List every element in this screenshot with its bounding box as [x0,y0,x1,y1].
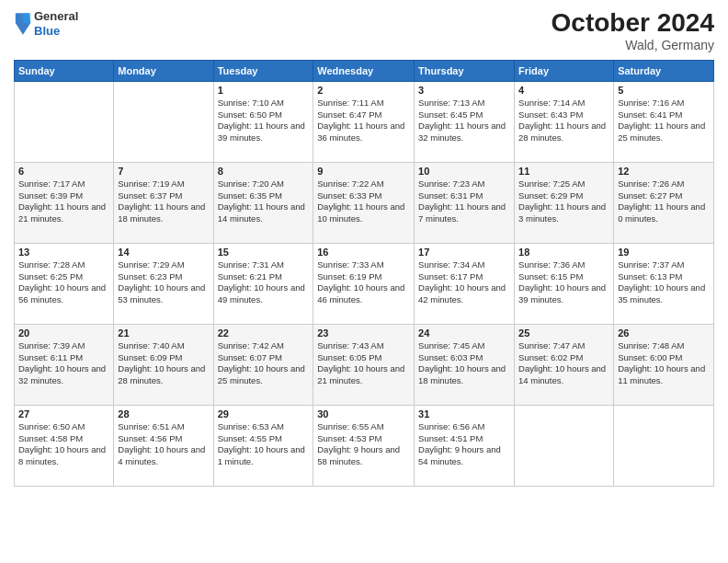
cell-info: Sunrise: 7:36 AM Sunset: 6:15 PM Dayligh… [518,259,609,306]
calendar-cell: 23Sunrise: 7:43 AM Sunset: 6:05 PM Dayli… [313,324,415,405]
calendar-cell: 27Sunrise: 6:50 AM Sunset: 4:58 PM Dayli… [15,405,114,486]
cell-day-number: 2 [317,85,410,96]
calendar-cell: 8Sunrise: 7:20 AM Sunset: 6:35 PM Daylig… [213,162,313,243]
weekday-header-thursday: Thursday [415,60,515,81]
cell-info: Sunrise: 6:55 AM Sunset: 4:53 PM Dayligh… [317,421,410,468]
cell-info: Sunrise: 7:33 AM Sunset: 6:19 PM Dayligh… [317,259,410,306]
calendar-cell: 31Sunrise: 6:56 AM Sunset: 4:51 PM Dayli… [415,405,515,486]
cell-info: Sunrise: 7:22 AM Sunset: 6:33 PM Dayligh… [317,178,410,225]
logo: General Blue [14,9,78,38]
cell-info: Sunrise: 7:40 AM Sunset: 6:09 PM Dayligh… [118,340,209,387]
cell-info: Sunrise: 7:31 AM Sunset: 6:21 PM Dayligh… [218,259,310,306]
cell-day-number: 14 [118,247,209,258]
calendar-cell [614,405,714,486]
calendar-cell: 9Sunrise: 7:22 AM Sunset: 6:33 PM Daylig… [313,162,415,243]
svg-marker-1 [23,13,30,23]
weekday-header-sunday: Sunday [15,60,114,81]
calendar-cell [15,81,114,162]
cell-day-number: 18 [518,247,609,258]
cell-day-number: 17 [418,247,510,258]
cell-day-number: 7 [118,166,209,177]
calendar-cell: 15Sunrise: 7:31 AM Sunset: 6:21 PM Dayli… [213,243,313,324]
cell-day-number: 1 [218,85,310,96]
calendar-cell: 7Sunrise: 7:19 AM Sunset: 6:37 PM Daylig… [114,162,213,243]
calendar-cell: 28Sunrise: 6:51 AM Sunset: 4:56 PM Dayli… [114,405,213,486]
cell-info: Sunrise: 7:29 AM Sunset: 6:23 PM Dayligh… [118,259,209,306]
cell-day-number: 16 [317,247,410,258]
cell-day-number: 5 [618,85,710,96]
cell-day-number: 24 [418,327,510,339]
logo-icon [14,11,32,37]
calendar-cell: 2Sunrise: 7:11 AM Sunset: 6:47 PM Daylig… [313,81,415,162]
cell-day-number: 19 [618,247,710,258]
cell-info: Sunrise: 6:51 AM Sunset: 4:56 PM Dayligh… [118,421,209,468]
cell-info: Sunrise: 7:42 AM Sunset: 6:07 PM Dayligh… [218,340,310,387]
cell-info: Sunrise: 6:56 AM Sunset: 4:51 PM Dayligh… [418,421,510,468]
calendar-cell: 19Sunrise: 7:37 AM Sunset: 6:13 PM Dayli… [614,243,714,324]
cell-day-number: 12 [618,166,710,177]
cell-day-number: 21 [118,327,209,339]
cell-info: Sunrise: 7:23 AM Sunset: 6:31 PM Dayligh… [418,178,510,225]
cell-day-number: 8 [218,166,310,177]
calendar-cell [515,405,614,486]
cell-info: Sunrise: 7:47 AM Sunset: 6:02 PM Dayligh… [518,340,609,387]
cell-day-number: 31 [418,408,510,419]
calendar-cell: 22Sunrise: 7:42 AM Sunset: 6:07 PM Dayli… [213,324,313,405]
cell-day-number: 3 [418,85,510,96]
calendar-cell: 18Sunrise: 7:36 AM Sunset: 6:15 PM Dayli… [515,243,614,324]
cell-day-number: 10 [418,166,510,177]
page: General Blue October 2024 Wald, Germany … [0,0,728,563]
calendar-cell [114,81,213,162]
week-row-2: 6Sunrise: 7:17 AM Sunset: 6:39 PM Daylig… [15,162,714,243]
weekday-header-tuesday: Tuesday [213,60,313,81]
calendar-cell: 10Sunrise: 7:23 AM Sunset: 6:31 PM Dayli… [415,162,515,243]
calendar-body: 1Sunrise: 7:10 AM Sunset: 6:50 PM Daylig… [15,81,714,486]
calendar-cell: 20Sunrise: 7:39 AM Sunset: 6:11 PM Dayli… [15,324,114,405]
cell-info: Sunrise: 6:53 AM Sunset: 4:55 PM Dayligh… [218,421,310,468]
calendar-cell: 12Sunrise: 7:26 AM Sunset: 6:27 PM Dayli… [614,162,714,243]
cell-day-number: 20 [18,327,109,339]
calendar-cell: 25Sunrise: 7:47 AM Sunset: 6:02 PM Dayli… [515,324,614,405]
weekday-header-monday: Monday [114,60,213,81]
cell-day-number: 27 [18,408,109,419]
cell-day-number: 26 [618,327,710,339]
calendar-cell: 21Sunrise: 7:40 AM Sunset: 6:09 PM Dayli… [114,324,213,405]
weekday-header-friday: Friday [515,60,614,81]
cell-info: Sunrise: 7:20 AM Sunset: 6:35 PM Dayligh… [218,178,310,225]
calendar-cell: 13Sunrise: 7:28 AM Sunset: 6:25 PM Dayli… [15,243,114,324]
weekday-header-wednesday: Wednesday [313,60,415,81]
cell-day-number: 25 [518,327,609,339]
cell-day-number: 11 [518,166,609,177]
cell-day-number: 9 [317,166,410,177]
location: Wald, Germany [552,38,714,52]
cell-info: Sunrise: 7:10 AM Sunset: 6:50 PM Dayligh… [218,98,310,144]
cell-info: Sunrise: 7:28 AM Sunset: 6:25 PM Dayligh… [18,259,109,306]
calendar-cell: 24Sunrise: 7:45 AM Sunset: 6:03 PM Dayli… [415,324,515,405]
cell-info: Sunrise: 7:16 AM Sunset: 6:41 PM Dayligh… [618,98,710,144]
cell-info: Sunrise: 6:50 AM Sunset: 4:58 PM Dayligh… [18,421,109,468]
cell-info: Sunrise: 7:17 AM Sunset: 6:39 PM Dayligh… [18,178,109,225]
weekday-header-saturday: Saturday [614,60,714,81]
calendar-header: SundayMondayTuesdayWednesdayThursdayFrid… [15,60,714,81]
calendar-cell: 6Sunrise: 7:17 AM Sunset: 6:39 PM Daylig… [15,162,114,243]
week-row-5: 27Sunrise: 6:50 AM Sunset: 4:58 PM Dayli… [15,405,714,486]
cell-day-number: 22 [218,327,310,339]
calendar-cell: 3Sunrise: 7:13 AM Sunset: 6:45 PM Daylig… [415,81,515,162]
calendar-cell: 29Sunrise: 6:53 AM Sunset: 4:55 PM Dayli… [213,405,313,486]
header: General Blue October 2024 Wald, Germany [14,9,714,52]
cell-day-number: 28 [118,408,209,419]
cell-info: Sunrise: 7:34 AM Sunset: 6:17 PM Dayligh… [418,259,510,306]
cell-day-number: 30 [317,408,410,419]
cell-info: Sunrise: 7:39 AM Sunset: 6:11 PM Dayligh… [18,340,109,387]
week-row-1: 1Sunrise: 7:10 AM Sunset: 6:50 PM Daylig… [15,81,714,162]
cell-info: Sunrise: 7:11 AM Sunset: 6:47 PM Dayligh… [317,98,410,144]
calendar-table: SundayMondayTuesdayWednesdayThursdayFrid… [14,60,714,487]
week-row-3: 13Sunrise: 7:28 AM Sunset: 6:25 PM Dayli… [15,243,714,324]
calendar-cell: 26Sunrise: 7:48 AM Sunset: 6:00 PM Dayli… [614,324,714,405]
cell-info: Sunrise: 7:14 AM Sunset: 6:43 PM Dayligh… [518,98,609,144]
title-block: October 2024 Wald, Germany [552,9,714,52]
calendar-cell: 1Sunrise: 7:10 AM Sunset: 6:50 PM Daylig… [213,81,313,162]
calendar-cell: 16Sunrise: 7:33 AM Sunset: 6:19 PM Dayli… [313,243,415,324]
cell-info: Sunrise: 7:19 AM Sunset: 6:37 PM Dayligh… [118,178,209,225]
cell-day-number: 4 [518,85,609,96]
